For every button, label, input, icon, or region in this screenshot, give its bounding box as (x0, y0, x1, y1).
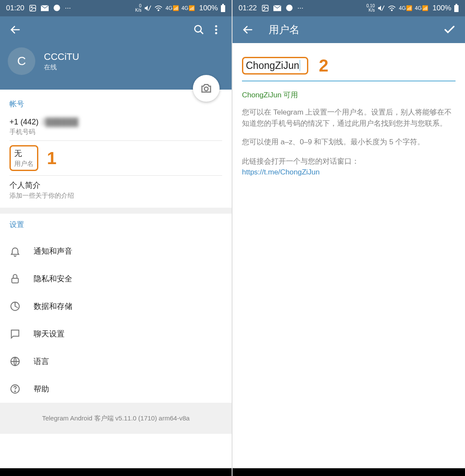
svg-point-17 (15, 391, 16, 392)
gallery-icon (29, 4, 37, 12)
setting-help[interactable]: 帮助 (0, 375, 232, 403)
mute-icon (144, 4, 152, 12)
wifi-icon (388, 5, 396, 12)
setting-label: 聊天设置 (34, 329, 65, 339)
signal-4g-icon: 4G📶 (165, 5, 179, 11)
profile-name: CCCiTU (44, 51, 79, 62)
android-navbar (232, 468, 465, 476)
hangouts-icon (285, 4, 293, 12)
svg-point-7 (195, 25, 201, 32)
username-availability: ChongZiJun 可用 (242, 90, 456, 100)
status-time: 01:22 (239, 4, 257, 12)
phone-label: 手机号码 (9, 128, 222, 136)
phone-number: +1 (442)2██████ (9, 118, 222, 127)
mute-icon (377, 4, 385, 12)
android-navbar (0, 468, 232, 476)
camera-button[interactable] (193, 75, 220, 102)
setting-label: 帮助 (34, 384, 49, 394)
gallery-icon (261, 4, 269, 12)
svg-line-21 (382, 6, 384, 11)
status-battery-pct: 100% (199, 4, 218, 12)
setting-notifications[interactable]: 通知和声音 (0, 237, 232, 265)
bio-row[interactable]: 个人简介 添加一些关于你的介绍 (9, 176, 222, 204)
phone-row[interactable]: +1 (442)2██████ 手机号码 (9, 113, 222, 140)
svg-line-3 (149, 6, 151, 11)
mail-icon (273, 5, 281, 11)
username-input[interactable]: ChongZiJun (242, 57, 308, 75)
username-label: 用户名 (14, 160, 34, 168)
svg-point-11 (215, 32, 217, 34)
svg-rect-23 (454, 5, 459, 12)
status-time: 01:20 (6, 4, 25, 12)
signal-4g-icon: 4G📶 (399, 5, 412, 11)
svg-rect-6 (222, 4, 224, 5)
status-battery-pct: 100% (433, 4, 451, 12)
annotation-number-1: 1 (47, 149, 56, 168)
profile-header: C CCCiTU 在线 (0, 43, 232, 90)
annotation-box-1: 无 用户名 (9, 145, 38, 171)
more-icon: ··· (298, 4, 304, 12)
mail-icon (41, 5, 49, 11)
svg-point-10 (215, 29, 217, 31)
svg-rect-24 (456, 4, 457, 5)
setting-chat[interactable]: 聊天设置 (0, 320, 232, 348)
battery-icon (220, 4, 226, 12)
wifi-icon (154, 5, 163, 12)
svg-point-1 (31, 6, 32, 8)
account-section: 帐号 +1 (442)2██████ 手机号码 无 用户名 1 个人简介 添加一… (0, 90, 232, 208)
settings-section: 设置 (0, 214, 232, 237)
svg-rect-13 (12, 278, 18, 283)
bell-icon (9, 246, 34, 257)
status-speed: 0K/s (135, 4, 141, 12)
help-text-1: 您可以在 Telegram 上设置一个用户名。设置后，别人将能够在不知道您的手机… (242, 107, 456, 130)
username-row[interactable]: 无 用户名 1 (9, 141, 222, 175)
footer-version: Telegram Android 客户端 v5.11.0 (1710) arm6… (0, 403, 232, 434)
back-button[interactable] (7, 21, 24, 38)
confirm-button[interactable] (441, 21, 458, 38)
username-value: 无 (14, 148, 34, 159)
chat-icon (9, 328, 34, 339)
lock-icon (9, 273, 34, 284)
svg-point-20 (286, 5, 292, 11)
link-intro: 此链接会打开一个与您的对话窗口： (242, 156, 456, 166)
back-button[interactable] (239, 21, 257, 38)
status-bar: 01:22 ··· 0.10K/s 4G📶 4G📶 100% (232, 0, 465, 16)
help-text-2: 您可以使用 a–z、0–9 和下划线。最小长度为 5 个字符。 (242, 137, 456, 148)
section-gap (0, 208, 232, 214)
setting-data[interactable]: 数据和存储 (0, 292, 232, 320)
page-title: 用户名 (269, 23, 441, 37)
signal-4g-icon-2: 4G📶 (415, 5, 428, 11)
appbar (0, 16, 232, 43)
svg-point-12 (205, 87, 208, 91)
svg-point-4 (158, 10, 159, 11)
status-bar: 01:20 ··· 0K/s 4G📶 4G📶 100% (0, 0, 232, 16)
setting-label: 通知和声音 (34, 246, 72, 256)
search-button[interactable] (190, 21, 208, 38)
battery-icon (454, 4, 459, 12)
svg-point-19 (264, 6, 265, 8)
settings-header: 设置 (9, 220, 222, 230)
profile-status: 在线 (44, 63, 79, 72)
screen-settings: 01:20 ··· 0K/s 4G📶 4G📶 100% C (0, 0, 232, 476)
help-icon (9, 383, 34, 395)
svg-point-9 (215, 25, 217, 28)
signal-4g-icon-2: 4G📶 (182, 5, 195, 11)
setting-privacy[interactable]: 隐私和安全 (0, 265, 232, 292)
setting-label: 隐私和安全 (34, 274, 72, 284)
setting-label: 语言 (34, 356, 49, 367)
svg-point-22 (391, 10, 392, 11)
more-button[interactable] (208, 21, 225, 38)
profile-link[interactable]: https://t.me/ChongZiJun (242, 168, 456, 177)
setting-label: 数据和存储 (34, 301, 72, 311)
screen-username-edit: 01:22 ··· 0.10K/s 4G📶 4G📶 100% 用户名 Chong… (232, 0, 465, 476)
setting-language[interactable]: 语言 (0, 348, 232, 375)
account-header: 帐号 (9, 99, 222, 109)
input-underline (242, 81, 456, 81)
status-speed: 0.10K/s (366, 4, 375, 12)
settings-list: 通知和声音 隐私和安全 数据和存储 聊天设置 语言 帮助 (0, 237, 232, 403)
svg-point-2 (53, 5, 60, 11)
bio-hint: 添加一些关于你的介绍 (9, 192, 222, 200)
svg-rect-5 (221, 5, 225, 12)
avatar[interactable]: C (8, 47, 35, 75)
hangouts-icon (53, 4, 61, 12)
